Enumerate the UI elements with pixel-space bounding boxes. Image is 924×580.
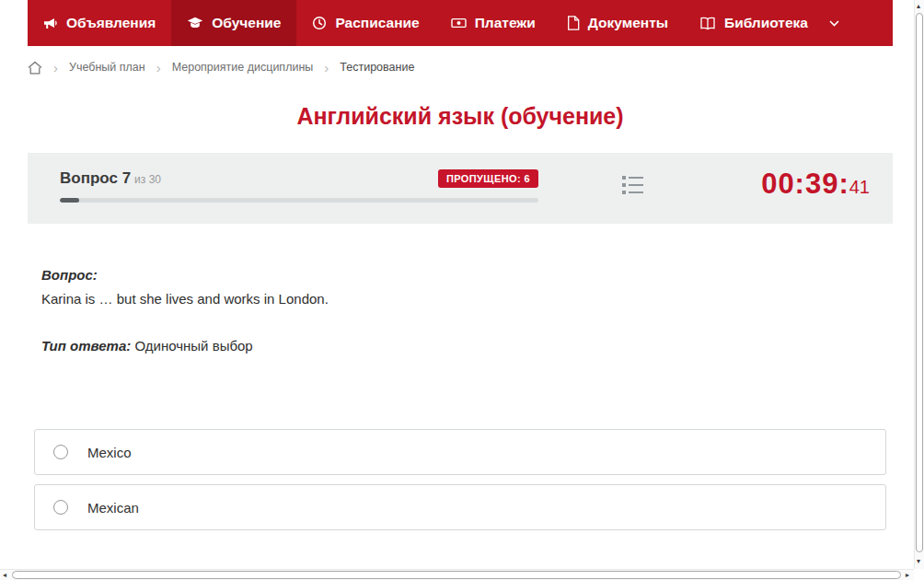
nav-item-label: Платежи [475,15,536,31]
question-label: Вопрос: [41,267,98,283]
scroll-down-arrow[interactable]: ▾ [917,558,920,565]
book-icon [699,17,716,30]
scroll-left-arrow[interactable]: ◂ [3,572,6,579]
question-counter-row: Вопрос 7из 30 ПРОПУЩЕНО: 6 [60,169,538,188]
vertical-scrollbar[interactable]: ▴ ▾ [914,0,924,569]
chevron-down-icon[interactable] [829,20,839,27]
scroll-up-arrow[interactable]: ▴ [917,3,920,10]
progress-bar [60,198,538,203]
nav-item-label: Объявления [66,15,156,31]
question-counter: Вопрос 7из 30 [60,169,161,188]
answer-option-label: Mexico [87,445,132,460]
question-list-icon[interactable] [622,175,644,198]
top-navigation: Объявления Обучение Расписание Платежи Д… [28,0,893,46]
horizontal-scroll-thumb[interactable] [12,571,901,579]
vertical-scroll-thumb[interactable] [916,13,923,552]
answer-type-value: Одиночный выбор [134,338,252,354]
answer-type-row: Тип ответа: Одиночный выбор [41,338,870,354]
nav-item-library[interactable]: Библиотека [684,0,855,46]
quiz-status-card: Вопрос 7из 30 ПРОПУЩЕНО: 6 00:39:41 [28,153,893,224]
nav-item-label: Расписание [335,15,419,31]
scrollbar-corner [914,569,924,580]
answer-options: Mexico Mexican [34,429,886,539]
scroll-right-arrow[interactable]: ▸ [906,572,909,579]
graduation-cap-icon [187,17,203,30]
progress-fill [60,198,79,203]
horizontal-scrollbar[interactable]: ◂ ▸ [0,569,914,580]
question-block: Вопрос: Karina is … but she lives and wo… [41,267,870,354]
answer-option-label: Mexican [87,500,139,516]
breadcrumb-separator: › [156,61,161,75]
nav-item-education[interactable]: Обучение [171,0,296,46]
nav-item-documents[interactable]: Документы [551,0,684,46]
radio-icon[interactable] [53,500,68,515]
question-text: Karina is … but she lives and works in L… [41,291,870,307]
home-icon[interactable] [28,61,42,75]
nav-item-label: Документы [588,15,668,31]
timer: 00:39:41 [761,168,870,201]
banknote-icon [451,16,467,30]
breadcrumb-item-curriculum[interactable]: Учебный план [69,61,145,74]
nav-item-schedule[interactable]: Расписание [296,0,434,46]
timer-seconds: 41 [849,177,870,198]
skipped-badge: ПРОПУЩЕНО: 6 [438,169,538,188]
timer-hours-minutes: 00:39: [761,168,849,201]
breadcrumb-item-discipline-event[interactable]: Мероприятие дисциплины [172,61,314,74]
page-title: Английский язык (обучение) [0,103,920,130]
answer-type-label: Тип ответа: [41,338,131,354]
breadcrumb-item-testing: Тестирование [340,61,414,74]
answer-option-1[interactable]: Mexico [34,429,886,475]
document-icon [567,16,580,30]
breadcrumb-separator: › [324,61,329,75]
nav-item-announcements[interactable]: Объявления [28,0,171,46]
nav-item-label: Обучение [212,15,281,31]
clock-icon [312,16,327,30]
nav-item-payments[interactable]: Платежи [435,0,551,46]
nav-item-label: Библиотека [724,15,808,31]
megaphone-icon [43,16,58,30]
breadcrumb-separator: › [53,61,58,75]
question-progress-area: Вопрос 7из 30 ПРОПУЩЕНО: 6 [60,169,538,203]
radio-icon[interactable] [53,445,68,459]
question-number: Вопрос 7 [60,169,131,187]
breadcrumb: › Учебный план › Мероприятие дисциплины … [28,56,414,78]
question-total: из 30 [134,173,161,186]
answer-option-2[interactable]: Mexican [34,484,886,530]
